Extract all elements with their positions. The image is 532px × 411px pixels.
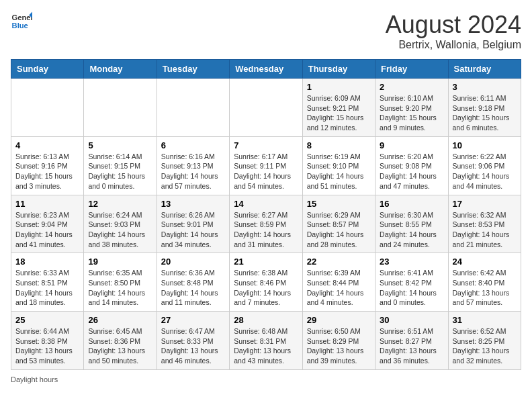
day-number: 17 (453, 199, 517, 209)
day-info: Sunrise: 6:35 AMSunset: 8:50 PMDaylight:… (88, 268, 152, 308)
day-info: Sunrise: 6:38 AMSunset: 8:46 PMDaylight:… (234, 268, 298, 308)
day-cell-7: 7Sunrise: 6:17 AMSunset: 9:11 PMDaylight… (230, 136, 302, 195)
day-info: Sunrise: 6:41 AMSunset: 8:42 PMDaylight:… (380, 268, 443, 308)
day-number: 8 (307, 140, 371, 150)
week-row-5: 25Sunrise: 6:44 AMSunset: 8:38 PMDayligh… (11, 312, 521, 370)
day-number: 23 (380, 257, 443, 267)
week-row-1: 1Sunrise: 6:09 AMSunset: 9:21 PMDaylight… (11, 79, 521, 137)
day-cell-26: 26Sunrise: 6:45 AMSunset: 8:36 PMDayligh… (84, 312, 157, 370)
day-cell-5: 5Sunrise: 6:14 AMSunset: 9:15 PMDaylight… (84, 136, 157, 195)
day-cell-8: 8Sunrise: 6:19 AMSunset: 9:10 PMDaylight… (302, 136, 375, 195)
calendar-body: 1Sunrise: 6:09 AMSunset: 9:21 PMDaylight… (11, 79, 521, 370)
header-cell-tuesday: Tuesday (157, 60, 229, 79)
day-cell-23: 23Sunrise: 6:41 AMSunset: 8:42 PMDayligh… (375, 253, 448, 312)
day-info: Sunrise: 6:17 AMSunset: 9:11 PMDaylight:… (234, 152, 298, 191)
logo-icon: General Blue (11, 11, 32, 32)
day-number: 18 (15, 257, 79, 267)
day-number: 1 (307, 82, 371, 92)
day-cell-20: 20Sunrise: 6:36 AMSunset: 8:48 PMDayligh… (157, 253, 229, 312)
day-info: Sunrise: 6:39 AMSunset: 8:44 PMDaylight:… (307, 268, 371, 308)
day-info: Sunrise: 6:14 AMSunset: 9:15 PMDaylight:… (88, 152, 152, 191)
logo: General Blue (11, 11, 32, 32)
day-info: Sunrise: 6:10 AMSunset: 9:20 PMDaylight:… (380, 93, 443, 133)
footer: Daylight hours (11, 375, 521, 383)
day-cell-4: 4Sunrise: 6:13 AMSunset: 9:16 PMDaylight… (11, 136, 84, 195)
day-cell-6: 6Sunrise: 6:16 AMSunset: 9:13 PMDaylight… (157, 136, 229, 195)
day-cell-empty (84, 79, 157, 137)
day-cell-3: 3Sunrise: 6:11 AMSunset: 9:18 PMDaylight… (448, 79, 521, 137)
day-info: Sunrise: 6:47 AMSunset: 8:33 PMDaylight:… (161, 326, 225, 366)
day-cell-11: 11Sunrise: 6:23 AMSunset: 9:04 PMDayligh… (11, 195, 84, 253)
header-cell-monday: Monday (84, 60, 157, 79)
day-info: Sunrise: 6:30 AMSunset: 8:55 PMDaylight:… (380, 210, 443, 250)
header-cell-wednesday: Wednesday (230, 60, 302, 79)
day-number: 6 (161, 140, 225, 150)
header-cell-sunday: Sunday (11, 60, 84, 79)
day-info: Sunrise: 6:11 AMSunset: 9:18 PMDaylight:… (453, 93, 517, 133)
day-cell-1: 1Sunrise: 6:09 AMSunset: 9:21 PMDaylight… (302, 79, 375, 137)
day-cell-19: 19Sunrise: 6:35 AMSunset: 8:50 PMDayligh… (84, 253, 157, 312)
day-number: 24 (453, 257, 517, 267)
day-cell-21: 21Sunrise: 6:38 AMSunset: 8:46 PMDayligh… (230, 253, 302, 312)
day-info: Sunrise: 6:44 AMSunset: 8:38 PMDaylight:… (15, 326, 79, 366)
day-number: 9 (380, 140, 443, 150)
subtitle: Bertrix, Wallonia, Belgium (386, 39, 521, 51)
day-number: 30 (380, 315, 443, 325)
day-number: 12 (88, 199, 152, 209)
day-number: 14 (234, 199, 298, 209)
day-info: Sunrise: 6:09 AMSunset: 9:21 PMDaylight:… (307, 93, 371, 133)
day-info: Sunrise: 6:48 AMSunset: 8:31 PMDaylight:… (234, 326, 298, 366)
day-info: Sunrise: 6:33 AMSunset: 8:51 PMDaylight:… (15, 268, 79, 308)
header: General Blue August 2024 Bertrix, Wallon… (11, 11, 521, 51)
day-number: 3 (453, 82, 517, 92)
day-number: 5 (88, 140, 152, 150)
day-number: 31 (453, 315, 517, 325)
day-number: 28 (234, 315, 298, 325)
day-cell-16: 16Sunrise: 6:30 AMSunset: 8:55 PMDayligh… (375, 195, 448, 253)
day-info: Sunrise: 6:51 AMSunset: 8:27 PMDaylight:… (380, 326, 443, 366)
title-area: August 2024 Bertrix, Wallonia, Belgium (386, 11, 521, 51)
day-cell-9: 9Sunrise: 6:20 AMSunset: 9:08 PMDaylight… (375, 136, 448, 195)
day-cell-27: 27Sunrise: 6:47 AMSunset: 8:33 PMDayligh… (157, 312, 229, 370)
day-info: Sunrise: 6:36 AMSunset: 8:48 PMDaylight:… (161, 268, 225, 308)
day-info: Sunrise: 6:29 AMSunset: 8:57 PMDaylight:… (307, 210, 371, 250)
calendar-header: SundayMondayTuesdayWednesdayThursdayFrid… (11, 60, 521, 79)
day-cell-12: 12Sunrise: 6:24 AMSunset: 9:03 PMDayligh… (84, 195, 157, 253)
header-row: SundayMondayTuesdayWednesdayThursdayFrid… (11, 60, 521, 79)
day-number: 16 (380, 199, 443, 209)
day-info: Sunrise: 6:32 AMSunset: 8:53 PMDaylight:… (453, 210, 517, 250)
day-info: Sunrise: 6:22 AMSunset: 9:06 PMDaylight:… (453, 152, 517, 191)
day-info: Sunrise: 6:27 AMSunset: 8:59 PMDaylight:… (234, 210, 298, 250)
day-cell-22: 22Sunrise: 6:39 AMSunset: 8:44 PMDayligh… (302, 253, 375, 312)
daylight-label: Daylight hours (11, 375, 58, 383)
day-number: 2 (380, 82, 443, 92)
header-cell-friday: Friday (375, 60, 448, 79)
day-number: 19 (88, 257, 152, 267)
header-cell-thursday: Thursday (302, 60, 375, 79)
day-cell-29: 29Sunrise: 6:50 AMSunset: 8:29 PMDayligh… (302, 312, 375, 370)
day-number: 10 (453, 140, 517, 150)
day-cell-25: 25Sunrise: 6:44 AMSunset: 8:38 PMDayligh… (11, 312, 84, 370)
day-cell-31: 31Sunrise: 6:52 AMSunset: 8:25 PMDayligh… (448, 312, 521, 370)
day-info: Sunrise: 6:52 AMSunset: 8:25 PMDaylight:… (453, 326, 517, 366)
week-row-2: 4Sunrise: 6:13 AMSunset: 9:16 PMDaylight… (11, 136, 521, 195)
day-number: 21 (234, 257, 298, 267)
day-number: 13 (161, 199, 225, 209)
day-cell-14: 14Sunrise: 6:27 AMSunset: 8:59 PMDayligh… (230, 195, 302, 253)
week-row-3: 11Sunrise: 6:23 AMSunset: 9:04 PMDayligh… (11, 195, 521, 253)
header-cell-saturday: Saturday (448, 60, 521, 79)
day-cell-empty (11, 79, 84, 137)
day-cell-2: 2Sunrise: 6:10 AMSunset: 9:20 PMDaylight… (375, 79, 448, 137)
svg-text:Blue: Blue (12, 21, 28, 30)
day-cell-10: 10Sunrise: 6:22 AMSunset: 9:06 PMDayligh… (448, 136, 521, 195)
day-number: 4 (15, 140, 79, 150)
day-info: Sunrise: 6:20 AMSunset: 9:08 PMDaylight:… (380, 152, 443, 191)
day-cell-24: 24Sunrise: 6:42 AMSunset: 8:40 PMDayligh… (448, 253, 521, 312)
day-number: 22 (307, 257, 371, 267)
day-info: Sunrise: 6:50 AMSunset: 8:29 PMDaylight:… (307, 326, 371, 366)
day-info: Sunrise: 6:23 AMSunset: 9:04 PMDaylight:… (15, 210, 79, 250)
day-info: Sunrise: 6:45 AMSunset: 8:36 PMDaylight:… (88, 326, 152, 366)
main-title: August 2024 (386, 11, 521, 39)
day-cell-28: 28Sunrise: 6:48 AMSunset: 8:31 PMDayligh… (230, 312, 302, 370)
day-number: 27 (161, 315, 225, 325)
